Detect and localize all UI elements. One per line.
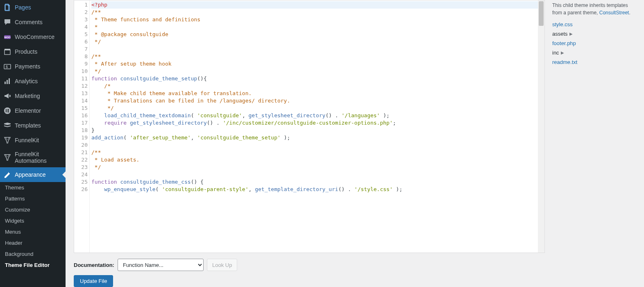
- scrollbar[interactable]: [538, 0, 544, 253]
- svg-rect-3: [5, 50, 10, 55]
- nav-item-marketing[interactable]: Marketing: [0, 89, 66, 103]
- nav-item-payments[interactable]: $Payments: [0, 59, 66, 74]
- nav-item-pages[interactable]: Pages: [0, 0, 66, 15]
- nav-item-analytics[interactable]: Analytics: [0, 74, 66, 89]
- nav-item-funnelkit[interactable]: FunnelKit: [0, 133, 66, 148]
- nav-label: Pages: [15, 4, 31, 11]
- nav-label: Products: [15, 48, 37, 55]
- svg-text:WOO: WOO: [5, 36, 11, 39]
- nav-item-products[interactable]: Products: [0, 44, 66, 59]
- admin-sidebar: PagesCommentsWOOWooCommerceProducts$Paym…: [0, 0, 66, 287]
- folder-assets[interactable]: assets▶: [552, 29, 636, 39]
- nav-item-elementor[interactable]: Elementor: [0, 103, 66, 118]
- update-file-button[interactable]: Update File: [74, 275, 113, 287]
- nav-label: Elementor: [15, 107, 41, 114]
- sub-item-patterns[interactable]: Patterns: [0, 193, 66, 204]
- svg-text:$: $: [6, 65, 8, 69]
- svg-rect-7: [5, 82, 6, 84]
- sub-item-background[interactable]: Background: [0, 248, 66, 260]
- woo-icon: WOO: [3, 33, 11, 41]
- elementor-icon: [3, 107, 11, 115]
- funnelkit-icon: [3, 153, 11, 162]
- line-numbers: 1234567891011121314151617181920212223242…: [74, 0, 90, 253]
- chevron-right-icon: ▶: [561, 50, 564, 55]
- nav-label: Analytics: [15, 78, 38, 84]
- scrollbar-thumb[interactable]: [539, 1, 544, 26]
- nav-item-funnelkit-automations[interactable]: FunnelKit Automations: [0, 148, 66, 167]
- svg-rect-9: [9, 78, 10, 84]
- nav-label: Marketing: [15, 93, 40, 99]
- funnelkit-icon: [3, 136, 11, 144]
- main-content: 1234567891011121314151617181920212223242…: [66, 0, 644, 287]
- comments-icon: [3, 18, 11, 26]
- sub-item-theme-file-editor[interactable]: Theme File Editor: [0, 260, 66, 271]
- svg-rect-12: [7, 109, 9, 110]
- templates-icon: [3, 121, 11, 130]
- file-list-panel: This child theme inherits templates from…: [550, 0, 636, 253]
- nav-item-templates[interactable]: Templates: [0, 118, 66, 133]
- code-editor[interactable]: 1234567891011121314151617181920212223242…: [74, 0, 545, 253]
- svg-rect-14: [7, 112, 9, 112]
- products-icon: [3, 48, 11, 56]
- sub-item-themes[interactable]: Themes: [0, 182, 66, 193]
- analytics-icon: [3, 77, 11, 85]
- nav-label: Payments: [15, 63, 40, 70]
- nav-label: Appearance: [15, 171, 46, 178]
- payments-icon: $: [3, 62, 11, 71]
- folder-inc[interactable]: inc▶: [552, 48, 636, 57]
- lookup-button[interactable]: Look Up: [207, 259, 237, 271]
- chevron-right-icon: ▶: [569, 32, 573, 36]
- nav-label: WooCommerce: [15, 34, 54, 40]
- nav-label: FunnelKit: [15, 137, 39, 144]
- pages-icon: [3, 3, 11, 11]
- file-readme-txt[interactable]: readme.txt: [552, 57, 636, 67]
- sub-item-widgets[interactable]: Widgets: [0, 215, 66, 226]
- file-footer-php[interactable]: footer.php: [552, 39, 636, 48]
- sub-item-menus[interactable]: Menus: [0, 226, 66, 237]
- svg-rect-13: [7, 110, 9, 111]
- svg-rect-11: [6, 109, 7, 112]
- nav-label: FunnelKit Automations: [15, 151, 62, 164]
- sub-item-customize[interactable]: Customize: [0, 204, 66, 215]
- marketing-icon: [3, 92, 11, 100]
- nav-label: Templates: [15, 122, 41, 129]
- nav-item-comments[interactable]: Comments: [0, 15, 66, 30]
- svg-rect-4: [5, 49, 10, 50]
- file-style-css[interactable]: style.css: [552, 20, 636, 29]
- nav-label: Comments: [15, 19, 43, 25]
- sub-item-header[interactable]: Header: [0, 237, 66, 248]
- function-name-select[interactable]: Function Name...: [118, 259, 204, 271]
- nav-item-appearance[interactable]: Appearance: [0, 167, 66, 182]
- documentation-row: Documentation: Function Name... Look Up: [74, 253, 636, 275]
- documentation-label: Documentation:: [74, 262, 114, 268]
- svg-rect-8: [7, 80, 8, 84]
- appearance-icon: [3, 171, 11, 179]
- theme-description: This child theme inherits templates from…: [552, 2, 636, 16]
- code-area[interactable]: <?php/** * Theme functions and definitio…: [90, 0, 544, 253]
- nav-item-woocommerce[interactable]: WOOWooCommerce: [0, 30, 66, 44]
- parent-theme-link[interactable]: ConsultStreet: [599, 10, 629, 16]
